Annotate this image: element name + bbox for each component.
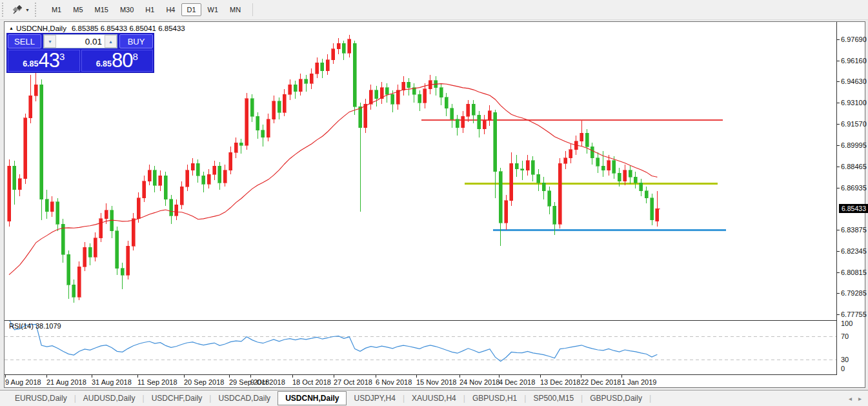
ask-price-prefix: 6.85 <box>96 59 112 68</box>
volume-increase-button[interactable]: ▲ <box>105 35 117 48</box>
candle <box>267 114 270 141</box>
rsi-axis-label: 30 <box>841 356 868 363</box>
candle <box>18 174 21 196</box>
candle <box>321 59 324 78</box>
candle <box>143 176 146 202</box>
price-tick <box>837 272 840 273</box>
time-axis-label: 6 Nov 2018 <box>376 378 412 386</box>
candle <box>29 75 32 123</box>
timeframe-button-H4[interactable]: H4 <box>161 3 180 16</box>
candle <box>239 139 243 154</box>
scroll-right-icon[interactable]: ▸ <box>858 395 862 402</box>
top-toolbar: ▼ M1M5M15M30H1H4D1W1MN <box>0 0 868 20</box>
candle <box>294 81 297 99</box>
candle <box>629 166 632 184</box>
timeframe-button-M15[interactable]: M15 <box>90 3 114 16</box>
candle <box>601 151 605 178</box>
price-tick <box>837 61 840 61</box>
candle <box>402 76 405 96</box>
time-axis-label: 9 Aug 2018 <box>5 378 41 386</box>
arrow-down-icon: ▼ <box>48 39 52 44</box>
candle <box>537 169 540 191</box>
chevron-down-icon: ▼ <box>25 8 30 12</box>
price-tick <box>837 81 840 82</box>
tab-gbpusd-h1[interactable]: GBPUSD,H1 <box>465 392 524 405</box>
time-tick <box>540 375 541 378</box>
diamond-arrows-icon <box>12 5 23 15</box>
tab-usdcnh-daily[interactable]: USDCNH,Daily <box>278 391 347 405</box>
price-axis-label: 6.97690 <box>841 36 868 43</box>
chart-window: T ▲USDCNH,Daily6.85385 6.85433 6.85041 6… <box>4 21 865 388</box>
rsi-pane[interactable] <box>5 320 837 375</box>
time-tick <box>416 375 417 378</box>
tab-sp500-m15[interactable]: SP500,M15 <box>526 392 581 405</box>
bid-price-panel[interactable]: 6.85433 <box>8 50 80 72</box>
price-tick <box>837 251 840 252</box>
price-axis-label: 6.94630 <box>841 77 868 85</box>
toolbar-grip[interactable] <box>35 3 38 17</box>
candle <box>164 172 167 206</box>
chart-tools-button[interactable]: ▼ <box>8 4 33 16</box>
timeframe-button-M5[interactable]: M5 <box>68 3 88 16</box>
timeframe-button-W1[interactable]: W1 <box>203 3 224 16</box>
sell-button[interactable]: SELL <box>8 34 41 48</box>
candle <box>385 83 389 103</box>
price-tick <box>837 188 840 188</box>
toolbar-grip[interactable] <box>2 3 5 17</box>
price-tick <box>837 145 840 146</box>
rsi-indicator-label: RSI(14) 38.1079 <box>9 322 61 330</box>
candle <box>121 263 124 289</box>
time-tick <box>229 375 230 378</box>
price-axis-label: 6.82345 <box>841 247 868 255</box>
collapse-arrow-icon[interactable]: ▲ <box>9 26 14 30</box>
tab-audusd-daily[interactable]: AUDUSD,Daily <box>76 392 143 405</box>
price-axis-label: 6.89995 <box>841 141 868 149</box>
time-axis-label: 9 Oct 2018 <box>250 378 285 386</box>
tab-separator: | <box>649 394 651 403</box>
candle <box>132 213 135 250</box>
tab-gbpusd-daily[interactable]: GBPUSD,Daily <box>583 392 649 405</box>
candle <box>310 68 313 89</box>
volume-decrease-button[interactable]: ▼ <box>44 35 56 48</box>
candle <box>564 151 567 169</box>
tab-usdcad-daily[interactable]: USDCAD,Daily <box>211 392 278 405</box>
ask-price-panel[interactable]: 6.85808 <box>81 50 154 72</box>
timeframe-button-H1[interactable]: H1 <box>140 3 159 16</box>
trade-marker: T <box>656 207 660 215</box>
tab-usdchf-daily[interactable]: USDCHF,Daily <box>145 392 210 405</box>
timeframe-button-MN[interactable]: MN <box>225 3 246 16</box>
candle <box>34 72 37 101</box>
candle <box>353 41 356 115</box>
candle <box>8 159 11 227</box>
timeframe-button-D1[interactable]: D1 <box>181 3 201 16</box>
chart-title: ▲USDCNH,Daily6.85385 6.85433 6.85041 6.8… <box>9 25 185 32</box>
price-axis-label: 6.91570 <box>841 120 868 128</box>
candle <box>515 155 518 177</box>
volume-input[interactable] <box>56 35 105 48</box>
time-axis-label: 22 Dec 2018 <box>581 378 621 386</box>
candle <box>88 243 92 265</box>
tab-usdjpy-h4[interactable]: USDJPY,H4 <box>347 392 402 405</box>
candle <box>521 161 524 180</box>
rsi-line <box>9 320 657 361</box>
tab-xauusd-h4[interactable]: XAUUSD,H4 <box>405 392 463 405</box>
symbol-tab-bar: EURUSD,Daily|AUDUSD,Daily|USDCHF,Daily|U… <box>0 390 868 406</box>
tab-eurusd-daily[interactable]: EURUSD,Daily <box>8 392 74 405</box>
candle <box>499 168 502 247</box>
candle <box>332 43 335 64</box>
buy-button[interactable]: BUY <box>119 34 153 48</box>
candle <box>645 187 648 203</box>
timeframe-button-M30[interactable]: M30 <box>115 3 139 16</box>
time-tick <box>184 375 185 378</box>
volume-stepper: ▼ ▲ <box>43 34 117 48</box>
candle <box>245 93 248 150</box>
candle <box>278 97 281 119</box>
candle <box>316 57 319 78</box>
candle <box>196 159 199 183</box>
timeframe-button-M1[interactable]: M1 <box>46 3 66 16</box>
candle <box>531 156 534 181</box>
chart-ohlc-values: 6.85385 6.85433 6.85041 6.85433 <box>72 25 185 32</box>
candle <box>116 227 119 275</box>
candle <box>439 83 443 105</box>
scroll-left-icon[interactable]: ◂ <box>849 395 852 402</box>
